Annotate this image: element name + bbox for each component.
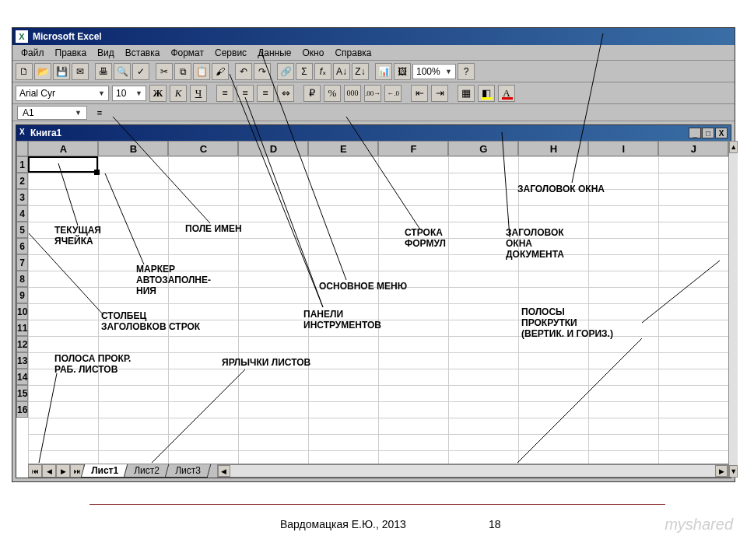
function-icon[interactable]: fₓ: [314, 63, 331, 80]
next-sheet-button[interactable]: ▶: [56, 464, 70, 478]
borders-icon[interactable]: ▦: [458, 85, 475, 102]
horizontal-scrollbar[interactable]: ◀ ▶: [217, 464, 728, 478]
scroll-right-icon[interactable]: ▶: [715, 465, 728, 477]
maximize-button[interactable]: □: [702, 128, 714, 138]
help-icon[interactable]: ?: [458, 63, 475, 80]
menu-format[interactable]: Формат: [165, 47, 209, 59]
row-header[interactable]: 1: [16, 156, 28, 173]
autosum-icon[interactable]: Σ: [296, 63, 313, 80]
footer-credit: Вардомацкая Е.Ю., 2013: [280, 518, 406, 530]
fill-color-icon[interactable]: ◧: [478, 85, 495, 102]
decrease-indent-icon[interactable]: ⇤: [411, 85, 428, 102]
name-box[interactable]: A1 ▼: [17, 106, 87, 120]
minimize-button[interactable]: _: [689, 128, 701, 138]
fill-handle[interactable]: [94, 170, 100, 175]
row-header[interactable]: 2: [16, 173, 28, 189]
italic-button[interactable]: К: [170, 85, 187, 102]
column-header[interactable]: H: [518, 141, 588, 156]
underline-button[interactable]: Ч: [190, 85, 207, 102]
row-header[interactable]: 10: [16, 303, 28, 320]
menu-edit[interactable]: Правка: [50, 47, 93, 59]
row-header[interactable]: 11: [16, 320, 28, 336]
sheet-tab[interactable]: Лист1: [81, 464, 129, 478]
active-cell[interactable]: [28, 156, 98, 173]
scroll-up-icon[interactable]: ▲: [729, 141, 738, 153]
close-button[interactable]: X: [715, 128, 728, 138]
format-painter-icon[interactable]: 🖌: [212, 63, 229, 80]
formula-bar: A1 ▼ =: [12, 104, 735, 121]
first-sheet-button[interactable]: ⏮: [28, 464, 42, 478]
row-header[interactable]: 3: [16, 189, 28, 205]
align-left-icon[interactable]: ≡: [216, 85, 233, 102]
print-icon[interactable]: 🖶: [95, 63, 112, 80]
increase-decimal-icon[interactable]: .00→: [364, 85, 381, 102]
undo-icon[interactable]: ↶: [235, 63, 252, 80]
font-select[interactable]: Arial Cyr ▼: [16, 86, 109, 101]
menu-view[interactable]: Вид: [92, 47, 120, 59]
vertical-scrollbar[interactable]: ▲ ▼: [728, 141, 738, 478]
comma-icon[interactable]: 000: [344, 85, 361, 102]
save-icon[interactable]: 💾: [53, 63, 70, 80]
sort-desc-icon[interactable]: Z↓: [352, 63, 369, 80]
scroll-left-icon[interactable]: ◀: [218, 465, 230, 477]
increase-indent-icon[interactable]: ⇥: [431, 85, 448, 102]
column-header[interactable]: F: [378, 141, 448, 156]
hyperlink-icon[interactable]: 🔗: [277, 63, 294, 80]
column-header[interactable]: C: [168, 141, 238, 156]
column-header[interactable]: I: [588, 141, 658, 156]
cells-grid[interactable]: [28, 156, 728, 464]
percent-icon[interactable]: %: [324, 85, 341, 102]
menu-insert[interactable]: Вставка: [120, 47, 166, 59]
currency-icon[interactable]: ₽: [303, 85, 321, 102]
sort-asc-icon[interactable]: A↓: [333, 63, 350, 80]
column-header[interactable]: J: [658, 141, 728, 156]
column-header[interactable]: G: [448, 141, 518, 156]
column-header[interactable]: E: [308, 141, 378, 156]
menu-window[interactable]: Окно: [296, 47, 329, 59]
column-header[interactable]: A: [28, 141, 98, 156]
mail-icon[interactable]: ✉: [72, 63, 89, 80]
cut-icon[interactable]: ✂: [156, 63, 173, 80]
prev-sheet-button[interactable]: ◀: [42, 464, 56, 478]
row-header[interactable]: 5: [16, 222, 28, 238]
zoom-select[interactable]: 100% ▼: [412, 64, 456, 79]
row-header[interactable]: 14: [16, 369, 28, 385]
dropdown-icon: ▼: [98, 89, 105, 97]
align-right-icon[interactable]: ≡: [257, 85, 274, 102]
menu-help[interactable]: Справка: [329, 47, 377, 59]
row-header[interactable]: 4: [16, 205, 28, 222]
row-header[interactable]: 9: [16, 287, 28, 303]
sheet-tab[interactable]: Лист3: [165, 464, 211, 478]
font-size-select[interactable]: 10 ▼: [112, 86, 146, 101]
scroll-down-icon[interactable]: ▼: [729, 465, 738, 478]
row-header[interactable]: 8: [16, 271, 28, 287]
print-preview-icon[interactable]: 🔍: [114, 63, 131, 80]
merge-center-icon[interactable]: ⇔: [277, 85, 294, 102]
new-icon[interactable]: 🗋: [16, 63, 33, 80]
paste-icon[interactable]: 📋: [193, 63, 210, 80]
menu-data[interactable]: Данные: [252, 47, 296, 59]
sheet-tab[interactable]: Лист2: [124, 464, 170, 478]
formula-equals[interactable]: =: [92, 108, 107, 117]
column-header[interactable]: B: [98, 141, 168, 156]
chart-wizard-icon[interactable]: 📊: [375, 63, 392, 80]
menu-file[interactable]: Файл: [16, 47, 50, 59]
row-header[interactable]: 13: [16, 352, 28, 369]
open-icon[interactable]: 📂: [34, 63, 51, 80]
align-center-icon[interactable]: ≡: [237, 85, 254, 102]
row-header[interactable]: 6: [16, 238, 28, 254]
redo-icon[interactable]: ↷: [254, 63, 271, 80]
bold-button[interactable]: Ж: [149, 85, 167, 102]
decrease-decimal-icon[interactable]: ←.0: [384, 85, 402, 102]
row-header[interactable]: 7: [16, 254, 28, 271]
column-header[interactable]: D: [238, 141, 308, 156]
copy-icon[interactable]: ⧉: [174, 63, 191, 80]
spellcheck-icon[interactable]: ✓: [132, 63, 149, 80]
row-header[interactable]: 16: [16, 401, 28, 418]
row-header[interactable]: 12: [16, 336, 28, 352]
menu-tools[interactable]: Сервис: [209, 47, 252, 59]
font-color-icon[interactable]: A: [498, 85, 515, 102]
row-header[interactable]: 15: [16, 385, 28, 401]
drawing-icon[interactable]: 🖼: [394, 63, 411, 80]
select-all-corner[interactable]: [16, 141, 28, 156]
